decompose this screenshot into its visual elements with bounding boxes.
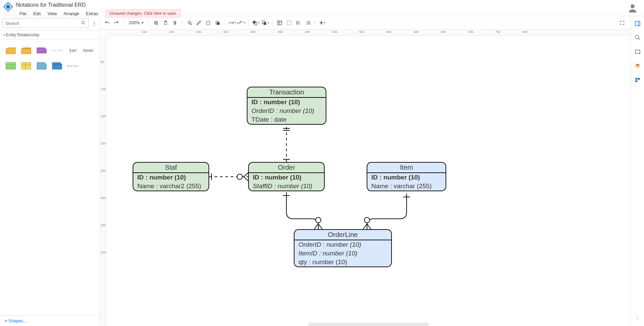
- entity-row[interactable]: ID : number (10): [247, 98, 326, 107]
- more-shapes-button[interactable]: Shapes...: [0, 315, 100, 326]
- paste-icon[interactable]: [161, 18, 170, 27]
- format-panel-icon[interactable]: [634, 19, 642, 28]
- menu-edit[interactable]: Edit: [30, 10, 44, 17]
- palette-connector-2[interactable]: ·|-o<: [66, 44, 79, 56]
- align-right-icon[interactable]: [304, 18, 312, 27]
- entity-row[interactable]: OrderID : number (10): [294, 240, 391, 249]
- menu-file[interactable]: File: [16, 10, 30, 17]
- palette-dashed-line[interactable]: [66, 60, 79, 72]
- entity-row[interactable]: Name : varchar (255): [367, 182, 446, 191]
- entity-staf[interactable]: Staf ID : number (10) Name : varchar2 (2…: [133, 162, 209, 191]
- shape-icon[interactable]: [204, 18, 213, 27]
- palette-table-blue-1[interactable]: [35, 60, 48, 72]
- entity-row[interactable]: qty : number (10): [294, 258, 391, 267]
- sidebar-overflow-icon[interactable]: ⋮: [91, 18, 97, 28]
- menu-view[interactable]: View: [44, 10, 60, 17]
- entity-item[interactable]: Item ID : number (10) Name : varchar (25…: [367, 162, 446, 191]
- zoom-control[interactable]: 200%▼: [127, 20, 146, 25]
- entity-row[interactable]: ID : number (10): [133, 173, 209, 182]
- entity-orderline[interactable]: OrderLine OrderID : number (10) ItemID :…: [294, 229, 392, 267]
- fill-icon[interactable]: [185, 18, 194, 27]
- palette-connector-1[interactable]: ·←·→·: [50, 44, 64, 56]
- layers-icon[interactable]: [634, 62, 642, 70]
- svg-rect-27: [287, 21, 291, 25]
- svg-line-45: [244, 177, 248, 181]
- entity-row[interactable]: ItemID : number (10): [294, 249, 391, 258]
- svg-line-53: [367, 224, 371, 229]
- svg-rect-18: [207, 21, 210, 24]
- entity-order[interactable]: Order ID : number (10) StaffID : number …: [248, 162, 325, 191]
- svg-line-48: [314, 224, 318, 229]
- menu-arrange[interactable]: Arrange: [60, 10, 82, 17]
- palette-entity-yellow-1[interactable]: [4, 44, 17, 56]
- palette-connector-3[interactable]: >o-o<: [81, 44, 95, 56]
- copy-icon[interactable]: [152, 18, 160, 27]
- toolbar: 200%▼ ▾ ▾ ▾ ▾: [100, 16, 631, 30]
- svg-point-56: [635, 35, 639, 39]
- grid-icon[interactable]: [285, 18, 293, 27]
- palette-entity-purple[interactable]: [35, 44, 48, 56]
- section-entity-relationship[interactable]: Entity Relationship: [0, 30, 100, 40]
- shapes-sidebar: ⋮ Entity Relationship ·←·→· ·|-o< >o-o< …: [0, 16, 100, 326]
- connection-icon[interactable]: ▾: [228, 18, 236, 27]
- svg-rect-6: [6, 63, 15, 69]
- stroke-icon[interactable]: [194, 18, 203, 27]
- svg-rect-24: [278, 21, 282, 25]
- entity-row[interactable]: TDate : date: [247, 115, 326, 124]
- search-input[interactable]: [2, 18, 89, 28]
- svg-rect-60: [638, 78, 640, 80]
- to-back-icon[interactable]: ▾: [261, 18, 270, 27]
- fullscreen-icon[interactable]: [618, 18, 627, 27]
- right-rail: ›: [631, 16, 644, 326]
- svg-rect-54: [635, 21, 640, 26]
- svg-point-17: [190, 24, 192, 25]
- account-avatar-icon[interactable]: [627, 3, 638, 13]
- svg-point-51: [364, 217, 370, 223]
- svg-line-52: [363, 224, 367, 229]
- entity-title: OrderLine: [294, 230, 391, 240]
- app-header: Notations for Traditional ERD File Edit …: [0, 0, 644, 16]
- svg-point-2: [631, 4, 635, 8]
- align-left-icon[interactable]: [294, 18, 303, 27]
- entity-row[interactable]: Name : varchar2 (255): [133, 182, 209, 191]
- collapse-rail-icon[interactable]: ›: [634, 314, 642, 322]
- palette-table-blue-2[interactable]: [50, 60, 64, 72]
- svg-point-43: [237, 174, 242, 179]
- waypoint-icon[interactable]: ▾: [237, 18, 246, 27]
- svg-line-49: [318, 224, 322, 229]
- tags-icon[interactable]: [634, 76, 642, 84]
- to-front-icon[interactable]: ▾: [251, 18, 260, 27]
- document-title[interactable]: Notations for Traditional ERD: [16, 1, 181, 9]
- entity-row[interactable]: ID : number (10): [367, 173, 446, 182]
- app-logo: [3, 1, 13, 12]
- palette-table-yellow[interactable]: [19, 60, 33, 72]
- insert-icon[interactable]: +▾: [318, 18, 327, 27]
- shape-palette: ·←·→· ·|-o< >o-o<: [0, 40, 100, 77]
- svg-rect-9: [21, 63, 31, 69]
- menu-extras[interactable]: Extras: [83, 10, 102, 17]
- svg-rect-14: [155, 21, 157, 24]
- horizontal-scrollbar[interactable]: [308, 323, 429, 326]
- fit-icon[interactable]: [275, 18, 284, 27]
- svg-point-47: [316, 217, 321, 223]
- entity-row[interactable]: ID : number (10): [249, 173, 324, 182]
- svg-rect-61: [635, 80, 637, 82]
- svg-line-57: [638, 38, 640, 40]
- shadow-icon[interactable]: [213, 18, 222, 27]
- svg-rect-13: [155, 22, 158, 24]
- palette-entity-yellow-2[interactable]: [19, 44, 33, 56]
- redo-icon[interactable]: [112, 18, 121, 27]
- svg-rect-59: [635, 78, 637, 80]
- outline-icon[interactable]: [634, 48, 642, 56]
- entity-title: Item: [367, 163, 446, 173]
- diagram-canvas[interactable]: Transaction ID : number (10) OrderID : n…: [106, 36, 631, 326]
- delete-icon[interactable]: [171, 18, 179, 27]
- palette-table-green[interactable]: [4, 60, 17, 72]
- undo-icon[interactable]: [103, 18, 111, 27]
- entity-row[interactable]: StaffID : number (10): [249, 182, 324, 191]
- find-icon[interactable]: [634, 34, 642, 42]
- svg-marker-1: [6, 4, 11, 9]
- entity-title: Staf: [133, 163, 209, 173]
- entity-transaction[interactable]: Transaction ID : number (10) OrderID : n…: [247, 87, 326, 125]
- entity-row[interactable]: OrderID : number (10): [247, 107, 326, 115]
